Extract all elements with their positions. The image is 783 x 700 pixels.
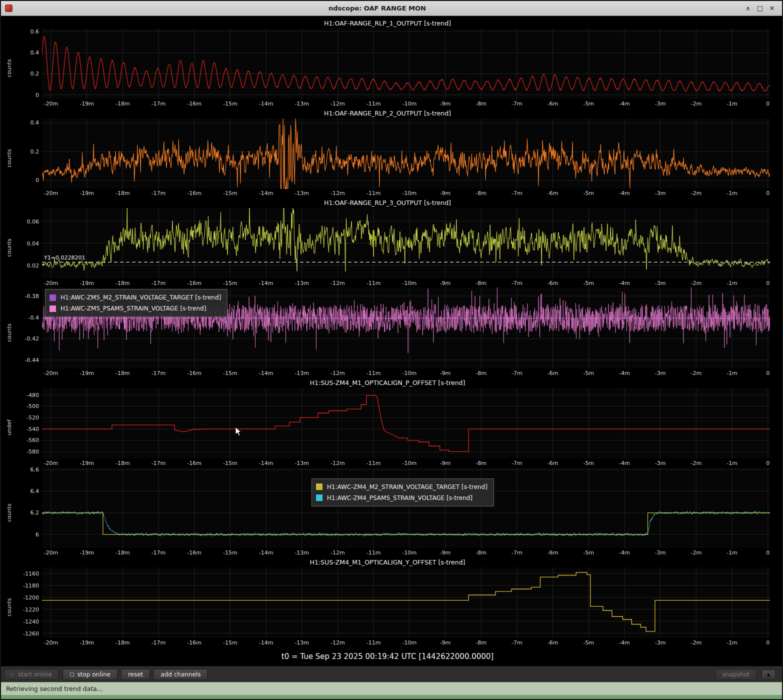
x-tick-label: -11m xyxy=(366,640,381,646)
x-tick-label: -6m xyxy=(548,550,558,556)
x-tick-label: -11m xyxy=(366,280,381,286)
plot-legend[interactable]: H1:AWC-ZM4_M2_STRAIN_VOLTAGE_TARGET [s-t… xyxy=(312,478,494,506)
x-tick-label: -6m xyxy=(548,280,558,286)
plot-canvas xyxy=(42,208,770,278)
plot-area[interactable] xyxy=(42,28,770,99)
x-tick-label: -3m xyxy=(655,190,666,196)
x-tick-label: 0 xyxy=(766,190,770,196)
window-title: ndscope: OAF RANGE MON xyxy=(12,4,742,12)
chart-rlp1-output: H1:OAF-RANGE_RLP_1_OUTPUT [s-trend] coun… xyxy=(5,18,770,108)
x-tick-label: -12m xyxy=(330,100,345,107)
chart-zm4-opticalign-y-offset: H1:SUS-ZM4_M1_OPTICALIGN_Y_OFFSET [s-tre… xyxy=(5,557,770,647)
x-tick-label: -19m xyxy=(80,550,94,556)
x-tick-label: -16m xyxy=(187,190,202,196)
plot-area[interactable]: Y1=0.0228201 xyxy=(42,208,770,278)
y-tick-label: 0 xyxy=(36,177,39,184)
y-axis-ticks: 00.20.40.6 xyxy=(13,28,42,108)
x-tick-label: -2m xyxy=(690,550,702,556)
x-tick-label: -17m xyxy=(152,550,166,556)
x-axis-ticks: -20m-19m-18m-17m-16m-15m-14m-13m-12m-11m… xyxy=(42,638,770,647)
x-tick-label: -6m xyxy=(548,460,558,466)
plot-area[interactable] xyxy=(42,568,770,638)
plot-area[interactable] xyxy=(42,388,770,458)
x-tick-label: -5m xyxy=(583,370,594,376)
x-tick-label: -15m xyxy=(223,640,238,646)
y-axis-ticks: 00.20.4 xyxy=(13,118,42,198)
x-tick-label: -3m xyxy=(655,640,666,646)
plot-canvas xyxy=(42,28,770,99)
x-tick-label: -12m xyxy=(330,370,345,376)
stop-online-label: stop online xyxy=(78,671,110,678)
x-tick-label: -18m xyxy=(116,100,130,107)
x-tick-label: -8m xyxy=(476,550,486,556)
x-tick-label: -14m xyxy=(259,460,274,466)
plot-area[interactable]: H1:AWC-ZM5_M2_STRAIN_VOLTAGE_TARGET [s-t… xyxy=(42,288,770,368)
stop-online-button[interactable]: □ stop online xyxy=(62,669,118,680)
x-tick-label: -20m xyxy=(44,100,58,107)
x-tick-label: -8m xyxy=(476,280,486,286)
legend-swatch xyxy=(50,294,56,301)
x-tick-label: -20m xyxy=(44,190,58,196)
plot-legend[interactable]: H1:AWC-ZM5_M2_STRAIN_VOLTAGE_TARGET [s-t… xyxy=(45,289,228,317)
x-tick-label: -10m xyxy=(402,100,416,107)
x-tick-label: -7m xyxy=(512,370,522,376)
start-online-button[interactable]: ▷ start online xyxy=(4,669,59,680)
x-tick-label: -18m xyxy=(116,550,130,556)
x-tick-label: -16m xyxy=(187,460,202,466)
y-tick-label: -1260 xyxy=(23,630,39,636)
legend-label: H1:AWC-ZM5_PSAMS_STRAIN_VOLTAGE [s-trend… xyxy=(60,303,206,314)
x-axis-ticks: -20m-19m-18m-17m-16m-15m-14m-13m-12m-11m… xyxy=(42,278,770,288)
legend-label: H1:AWC-ZM4_M2_STRAIN_VOLTAGE_TARGET [s-t… xyxy=(327,482,488,492)
x-tick-label: -15m xyxy=(223,550,238,556)
x-tick-label: -4m xyxy=(619,640,630,646)
x-tick-label: -17m xyxy=(152,190,166,196)
x-tick-label: -11m xyxy=(366,100,381,107)
x-tick-label: -1m xyxy=(726,550,738,556)
x-tick-label: -4m xyxy=(619,280,630,286)
x-tick-label: -9m xyxy=(440,460,451,466)
x-tick-label: -5m xyxy=(583,190,594,196)
x-tick-label: -3m xyxy=(655,370,666,376)
x-tick-label: -12m xyxy=(330,640,345,646)
legend-swatch xyxy=(316,484,322,490)
add-channels-button[interactable]: add channels xyxy=(154,669,208,680)
x-tick-label: -9m xyxy=(440,100,451,107)
x-tick-label: -13m xyxy=(294,280,309,286)
triangle-up-icon: ▲ xyxy=(766,672,770,677)
expand-toggle-button[interactable]: ▲ xyxy=(762,670,776,679)
reset-button[interactable]: reset xyxy=(121,669,150,680)
plot-area[interactable] xyxy=(42,118,770,189)
y-axis-ticks: -1160-1180-1200-1220-1240-1260 xyxy=(13,568,42,647)
snapshot-button[interactable]: snapshot xyxy=(716,669,757,680)
x-tick-label: -20m xyxy=(44,640,58,646)
x-tick-label: -16m xyxy=(187,370,202,376)
x-tick-label: -4m xyxy=(619,550,630,556)
chart-rlp2-output: H1:OAF-RANGE_RLP_2_OUTPUT [s-trend] coun… xyxy=(5,108,770,198)
x-tick-label: -8m xyxy=(476,190,486,196)
x-tick-label: -1m xyxy=(726,460,738,466)
y-tick-label: -1180 xyxy=(23,582,39,589)
x-tick-label: -18m xyxy=(116,190,130,196)
x-tick-label: -2m xyxy=(690,280,702,286)
close-button[interactable]: ✕ xyxy=(766,3,778,14)
x-tick-label: -14m xyxy=(259,370,274,376)
x-tick-label: 0 xyxy=(766,550,770,556)
add-channels-label: add channels xyxy=(160,671,200,678)
maximize-button[interactable]: □ xyxy=(754,3,766,14)
shade-button[interactable]: ∧ xyxy=(742,3,754,14)
x-tick-label: -2m xyxy=(690,370,702,376)
x-tick-label: -15m xyxy=(223,460,238,466)
y-tick-label: 0.2 xyxy=(30,148,40,154)
stop-icon: □ xyxy=(70,672,74,677)
toolbar: ▷ start online □ stop online reset add c… xyxy=(1,666,782,682)
x-tick-label: -12m xyxy=(330,190,345,196)
title-bar[interactable]: ndscope: OAF RANGE MON ∧ □ ✕ xyxy=(1,1,782,16)
plot-area[interactable]: H1:AWC-ZM4_M2_STRAIN_VOLTAGE_TARGET [s-t… xyxy=(42,468,770,548)
x-tick-label: -19m xyxy=(80,100,94,107)
y-axis-ticks: -480-500-520-540-560-580 xyxy=(13,388,42,468)
y-tick-label: -500 xyxy=(26,403,39,410)
x-tick-label: -7m xyxy=(512,640,522,646)
reset-label: reset xyxy=(128,671,143,678)
x-tick-label: -9m xyxy=(440,190,451,196)
chart-title: H1:OAF-RANGE_RLP_3_OUTPUT [s-trend] xyxy=(5,198,770,208)
